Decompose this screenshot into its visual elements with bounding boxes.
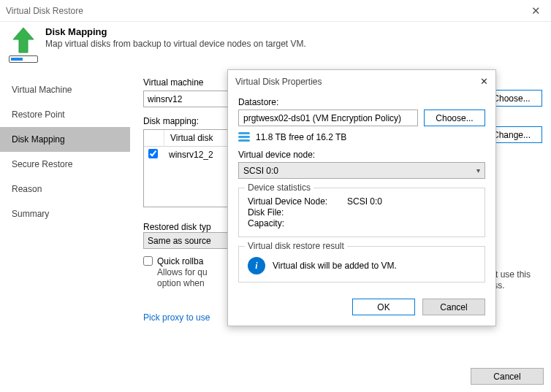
wizard-header: Disk Mapping Map virtual disks from back… — [0, 22, 551, 74]
titlebar: Virtual Disk Restore ✕ — [0, 0, 551, 22]
vm-name-input[interactable] — [143, 91, 472, 107]
row-virtual-disk: winsrv12_2 — [164, 148, 218, 161]
restored-disk-type-select[interactable]: Same as source ▾ — [143, 232, 472, 249]
window-title: Virtual Disk Restore — [6, 6, 527, 16]
table-row[interactable]: winsrv12_2 — [144, 147, 471, 163]
wizard-cancel-button[interactable]: Cancel — [471, 368, 544, 385]
grid-header-virtualdisk: Virtual disk — [164, 130, 471, 146]
sidebar-item-label: Disk Mapping — [12, 134, 65, 145]
quick-rollback-label: Quick rollba — [157, 256, 208, 266]
restored-disk-type-value: Same as source — [148, 236, 211, 246]
quick-rollback-tail2: ver loss. — [472, 280, 531, 291]
sidebar-item-summary[interactable]: Summary — [0, 201, 130, 226]
close-icon[interactable]: ✕ — [527, 4, 545, 18]
change-mapping-button[interactable]: Change... — [481, 126, 542, 143]
choose-vm-button[interactable]: Choose... — [481, 90, 542, 107]
disk-mapping-grid: Virtual disk winsrv12_2 — [143, 129, 472, 207]
sidebar-item-disk-mapping[interactable]: Disk Mapping — [0, 127, 130, 152]
sidebar-item-label: Secure Restore — [12, 159, 72, 169]
row-checkbox[interactable] — [148, 149, 158, 158]
sidebar-item-label: Summary — [12, 209, 49, 219]
page-subtitle: Map virtual disks from backup to virtual… — [45, 39, 306, 49]
sidebar-item-label: Restore Point — [12, 109, 65, 120]
chevron-down-icon: ▾ — [464, 237, 468, 245]
restored-disk-type-label: Restored disk typ — [143, 222, 542, 232]
pick-proxy-link[interactable]: Pick proxy to use — [143, 312, 542, 323]
disk-mapping-label: Disk mapping: — [143, 116, 542, 126]
wizard-content: Virtual machine Choose... Disk mapping: … — [130, 74, 551, 392]
page-title: Disk Mapping — [45, 26, 306, 37]
quick-rollback-desc2: option when — [157, 278, 208, 288]
quick-rollback-desc1: Allows for qu — [157, 267, 208, 277]
restore-arrow-icon — [9, 26, 38, 67]
quick-rollback-tail1: Do not use this — [472, 269, 531, 280]
vm-label: Virtual machine — [143, 77, 472, 88]
sidebar-item-label: Virtual Machine — [12, 85, 72, 95]
sidebar-item-reason[interactable]: Reason — [0, 177, 130, 201]
sidebar-item-virtual-machine[interactable]: Virtual Machine — [0, 77, 130, 102]
sidebar-item-restore-point[interactable]: Restore Point — [0, 102, 130, 127]
quick-rollback-checkbox[interactable] — [143, 256, 153, 266]
sidebar-item-label: Reason — [12, 184, 42, 194]
wizard-sidebar: Virtual Machine Restore Point Disk Mappi… — [0, 74, 130, 392]
grid-header-checkbox — [144, 130, 164, 146]
sidebar-item-secure-restore[interactable]: Secure Restore — [0, 152, 130, 177]
